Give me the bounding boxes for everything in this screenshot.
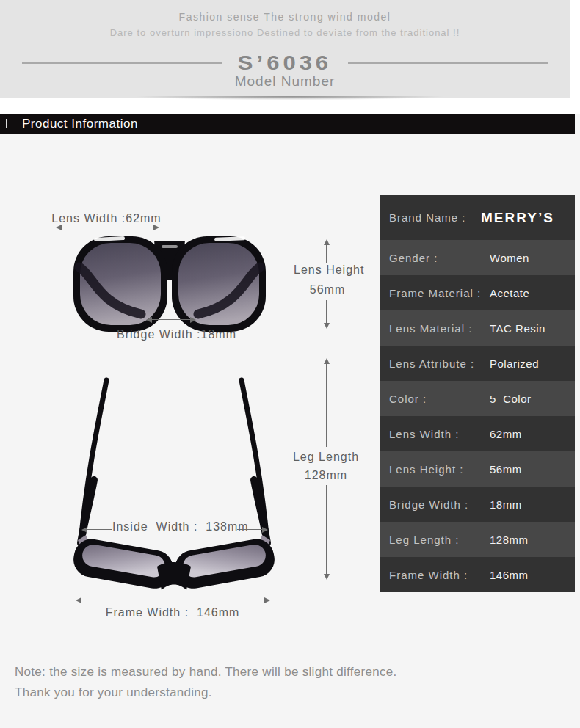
product-detail-page: Fashion sense The strong wind model Dare… <box>0 0 580 728</box>
spec-label: Color : <box>380 393 490 405</box>
table-row: Frame Width : 146mm <box>380 557 575 592</box>
model-line-right <box>348 62 548 64</box>
table-row: Frame Material : Acetate <box>380 275 575 310</box>
spec-label: Lens Attribute : <box>380 357 490 370</box>
spec-label: Lens Width : <box>380 428 490 440</box>
frame-width-arrow-icon <box>76 597 270 603</box>
spec-value: Women <box>490 252 529 264</box>
table-row: Brand Name : MERRY’S <box>380 195 575 240</box>
table-row: Color : 5 Color <box>380 381 575 416</box>
product-information-bar: Product Information <box>0 114 575 134</box>
spec-table: Brand Name : MERRY’S Gender : Women Fram… <box>380 195 575 592</box>
spec-value: Acetate <box>490 287 529 299</box>
table-row: Gender : Women <box>380 240 575 275</box>
section-tick-icon <box>6 119 7 128</box>
lens-height-arrow-down-icon <box>323 300 330 329</box>
bridge-width-label: Bridge Width :18mm <box>116 328 237 341</box>
header-gray-panel: Fashion sense The strong wind model Dare… <box>0 0 570 98</box>
section-title: Product Information <box>22 117 138 131</box>
table-row: Bridge Width : 18mm <box>380 487 575 522</box>
header-section: Fashion sense The strong wind model Dare… <box>0 0 580 114</box>
spec-value: Polarized <box>490 357 539 370</box>
header-tagline-1: Fashion sense The strong wind model <box>0 11 570 23</box>
inside-width-arrow-right-icon <box>237 526 268 533</box>
lens-height-arrow-up-icon <box>323 239 330 263</box>
lens-height-label: Lens Height <box>294 263 361 277</box>
note-line-2: Thank you for your understanding. <box>15 682 397 703</box>
model-number-caption: Model Number <box>0 73 570 90</box>
leg-length-value: 128mm <box>292 469 360 482</box>
spec-label: Brand Name : <box>380 211 490 224</box>
spec-value: 56mm <box>490 463 522 476</box>
spec-value: 128mm <box>490 534 529 546</box>
leg-length-arrow-up-icon <box>323 358 330 447</box>
table-row: Lens Attribute : Polarized <box>380 346 575 381</box>
spec-value: 18mm <box>490 498 522 511</box>
header-drop-shadow <box>70 96 510 106</box>
note-line-1: Note: the size is measured by hand. Ther… <box>15 662 397 682</box>
bridge-width-arrow-icon <box>146 316 196 323</box>
leg-length-label: Leg Length <box>292 451 360 464</box>
table-row: Leg Length : 128mm <box>380 522 575 557</box>
sunglasses-top-view-image <box>72 377 276 597</box>
inside-width-arrow-left-icon <box>81 526 112 533</box>
table-row: Lens Material : TAC Resin <box>380 310 575 346</box>
header-tagline-2: Dare to overturn impressiono Destined to… <box>0 27 570 38</box>
spec-label: Frame Width : <box>380 569 490 581</box>
spec-value: TAC Resin <box>490 322 545 335</box>
spec-label: Leg Length : <box>380 534 490 546</box>
lens-width-arrow-icon <box>56 224 159 230</box>
model-number: S’6036 <box>238 51 332 75</box>
spec-label: Frame Material : <box>380 287 490 299</box>
spec-label: Lens Height : <box>380 463 490 476</box>
brand-logo: MERRY’S <box>481 210 554 226</box>
table-row: Lens Width : 62mm <box>380 416 575 451</box>
spec-label: Gender : <box>380 252 490 264</box>
leg-length-arrow-down-icon <box>323 485 330 580</box>
table-row: Lens Height : 56mm <box>380 451 575 487</box>
size-note: Note: the size is measured by hand. Ther… <box>15 662 397 703</box>
spec-value: 146mm <box>490 569 529 581</box>
spec-label: Lens Material : <box>380 322 490 335</box>
spec-label: Bridge Width : <box>380 498 490 511</box>
frame-width-label: Frame Width : 146mm <box>103 606 242 619</box>
lens-height-value: 56mm <box>294 283 361 296</box>
spec-value: 5 Color <box>490 393 532 405</box>
model-line-left <box>22 62 222 64</box>
spec-value: 62mm <box>490 428 522 440</box>
inside-width-label: Inside Width : 138mm <box>112 520 237 534</box>
